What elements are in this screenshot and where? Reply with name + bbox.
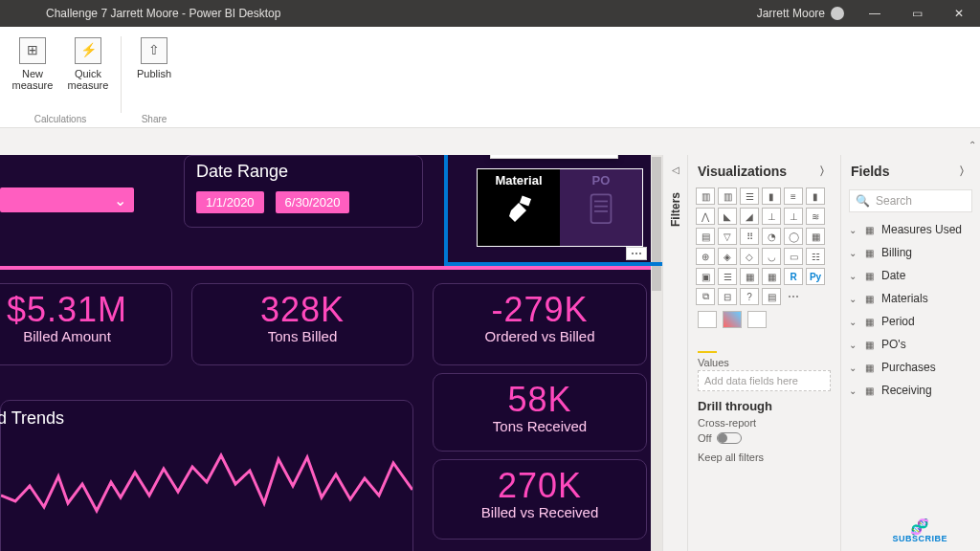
trends-chart[interactable]: d Trends xyxy=(0,400,413,551)
kpi-tons-received[interactable]: 58K Tons Received xyxy=(433,373,647,452)
visualizations-header: Visualizations xyxy=(698,164,787,179)
viz-clustered-bar-icon[interactable]: ☰ xyxy=(740,187,759,205)
values-field-well[interactable]: Add data fields here xyxy=(698,370,831,391)
fields-search[interactable]: 🔍Search xyxy=(849,189,972,212)
viz-donut-icon[interactable]: ◯ xyxy=(784,228,803,245)
material-po-nav[interactable]: Material PO xyxy=(477,168,643,247)
table-icon: ▦ xyxy=(862,224,876,235)
cross-report-toggle[interactable] xyxy=(717,432,742,444)
collapse-viz-icon[interactable]: 〉 xyxy=(819,164,831,180)
viz-card-icon[interactable]: ▭ xyxy=(784,248,803,265)
viz-stacked-column-icon[interactable]: ▥ xyxy=(718,187,737,205)
viz-shape-map-icon[interactable]: ◇ xyxy=(740,248,759,265)
subscribe-watermark: 🧬 SUBSCRIBE xyxy=(892,520,947,543)
viz-pie-icon[interactable]: ◔ xyxy=(762,228,781,245)
field-table-materials[interactable]: ⌄▦Materials xyxy=(849,287,972,310)
viz-stacked-area-icon[interactable]: ◢ xyxy=(740,208,759,225)
viz-waterfall-icon[interactable]: ▤ xyxy=(696,228,715,245)
fields-tab[interactable] xyxy=(698,336,717,353)
viz-area-icon[interactable]: ◣ xyxy=(718,208,737,225)
quick-measure-button[interactable]: ⚡Quick measure xyxy=(61,33,115,96)
viz-multi-card-icon[interactable]: ☷ xyxy=(806,248,825,265)
viz-r-icon[interactable]: R xyxy=(784,268,803,285)
user-label[interactable]: Jarrett Moore xyxy=(757,7,844,20)
viz-paginated-icon[interactable]: ▤ xyxy=(762,288,781,305)
viz-ribbon-icon[interactable]: ≋ xyxy=(806,208,825,225)
maximize-button[interactable]: ▭ xyxy=(896,0,938,27)
field-table-measures-used[interactable]: ⌄▦Measures Used xyxy=(849,218,972,241)
chevron-down-icon: ⌄ xyxy=(849,225,857,235)
viz-map-icon[interactable]: ⊕ xyxy=(696,248,715,265)
canvas-scrollbar[interactable] xyxy=(651,155,662,551)
viz-scatter-icon[interactable]: ⠿ xyxy=(740,228,759,245)
kpi-tons-billed[interactable]: 328K Tons Billed xyxy=(191,283,413,365)
viz-line-column-icon[interactable]: ⊥ xyxy=(762,208,781,225)
expand-filters-icon[interactable]: ◁ xyxy=(672,165,679,175)
kpi-billed-vs-received[interactable]: 270K Billed vs Received xyxy=(433,459,647,540)
field-table-receiving[interactable]: ⌄▦Receiving xyxy=(849,379,972,402)
date-from-chip[interactable]: 1/1/2020 xyxy=(196,191,264,213)
material-slicer[interactable]: ⌄ xyxy=(0,187,134,212)
visualization-picker[interactable]: ▥▥☰▮≡▮ ⋀◣◢⊥⊥≋ ▤▽⠿◔◯▦ ⊕◈◇◡▭☷ ▣☰▦▦R Py⧉⊟?▤… xyxy=(688,187,840,305)
viz-line-icon[interactable]: ⋀ xyxy=(696,208,715,225)
new-measure-button[interactable]: ⊞New measure xyxy=(6,33,59,96)
format-button-1[interactable] xyxy=(698,311,717,328)
cross-report-label: Cross-report xyxy=(698,417,756,429)
date-range-tile: Date Range 1/1/2020 6/30/2020 xyxy=(184,155,423,228)
minimize-button[interactable]: — xyxy=(854,0,896,27)
search-icon: 🔍 xyxy=(856,194,870,208)
format-button-2[interactable] xyxy=(723,311,742,328)
viz-more-icon[interactable]: ⋯ xyxy=(784,288,803,305)
table-icon: ▦ xyxy=(862,339,876,350)
viz-100-column-icon[interactable]: ▮ xyxy=(806,187,825,205)
ribbon: ⊞New measure ⚡Quick measure Calculations… xyxy=(0,27,980,128)
collapse-fields-icon[interactable]: 〉 xyxy=(959,164,970,180)
date-to-chip[interactable]: 6/30/2020 xyxy=(276,191,350,213)
format-tab[interactable] xyxy=(730,336,749,353)
date-range-label: Date Range xyxy=(196,162,411,182)
table-icon: ▦ xyxy=(862,362,876,373)
viz-filled-map-icon[interactable]: ◈ xyxy=(718,248,737,265)
report-canvas[interactable]: al ⌄ Date Range 1/1/2020 6/30/2020 Click… xyxy=(0,155,662,551)
chevron-down-icon: ⌄ xyxy=(849,294,857,304)
material-tab[interactable]: Material xyxy=(478,169,560,246)
field-table-po-s[interactable]: ⌄▦PO's xyxy=(849,333,972,356)
values-label: Values xyxy=(688,353,840,370)
ribbon-collapse-button[interactable]: ⌃ xyxy=(969,140,976,150)
field-table-period[interactable]: ⌄▦Period xyxy=(849,310,972,333)
viz-key-influencer-icon[interactable]: ⧉ xyxy=(696,288,715,305)
viz-python-icon[interactable]: Py xyxy=(806,268,825,285)
fields-header: Fields xyxy=(851,164,889,179)
chevron-down-icon: ⌄ xyxy=(849,248,857,258)
publish-button[interactable]: ⇧Publish xyxy=(127,33,181,84)
field-table-date[interactable]: ⌄▦Date xyxy=(849,264,972,287)
field-table-billing[interactable]: ⌄▦Billing xyxy=(849,241,972,264)
viz-100-bar-icon[interactable]: ≡ xyxy=(784,187,803,205)
chevron-down-icon: ⌄ xyxy=(849,340,857,350)
kpi-ordered-vs-billed[interactable]: -279K Ordered vs Billed xyxy=(433,283,647,365)
visualizations-pane: Visualizations〉 ▥▥☰▮≡▮ ⋀◣◢⊥⊥≋ ▤▽⠿◔◯▦ ⊕◈◇… xyxy=(687,155,840,551)
filters-pane-collapsed[interactable]: ◁ Filters xyxy=(662,155,687,551)
viz-matrix-icon[interactable]: ▦ xyxy=(762,268,781,285)
drill-through-header: Drill through xyxy=(688,391,840,415)
viz-table-icon[interactable]: ▦ xyxy=(740,268,759,285)
visual-more-options[interactable]: ⋯ xyxy=(626,247,647,260)
ribbon-group-calculations: Calculations xyxy=(34,114,86,126)
viz-clustered-column-icon[interactable]: ▮ xyxy=(762,187,781,205)
viz-gauge-icon[interactable]: ◡ xyxy=(762,248,781,265)
close-button[interactable]: ✕ xyxy=(938,0,980,27)
viz-decomp-icon[interactable]: ⊟ xyxy=(718,288,737,305)
clipboard-icon xyxy=(575,189,627,231)
viz-stacked-bar-icon[interactable]: ▥ xyxy=(696,187,715,205)
viz-line-clustered-icon[interactable]: ⊥ xyxy=(784,208,803,225)
format-button-3[interactable] xyxy=(747,311,767,328)
viz-funnel-icon[interactable]: ▽ xyxy=(718,228,737,245)
viz-kpi-icon[interactable]: ▣ xyxy=(696,268,715,285)
po-tab[interactable]: PO xyxy=(560,169,642,246)
kpi-billed-amount[interactable]: $5.31M Billed Amount xyxy=(0,283,172,365)
viz-slicer-icon[interactable]: ☰ xyxy=(718,268,737,285)
chevron-down-icon: ⌄ xyxy=(849,386,857,396)
viz-treemap-icon[interactable]: ▦ xyxy=(806,228,825,245)
field-table-purchases[interactable]: ⌄▦Purchases xyxy=(849,356,972,379)
viz-qna-icon[interactable]: ? xyxy=(740,288,759,305)
